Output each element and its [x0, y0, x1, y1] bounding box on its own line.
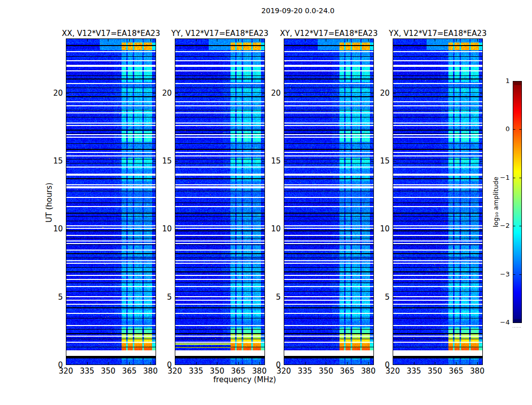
colorbar-tick-label: 0 [489, 125, 510, 133]
y-tick-label: 0 [45, 360, 63, 370]
y-tick-label: 5 [154, 293, 172, 302]
y-tick-label: 15 [154, 156, 172, 166]
x-tick-label: 335 [297, 367, 312, 376]
x-tick-label: 350 [210, 367, 224, 376]
spectrogram-panel-yy [175, 38, 265, 365]
spectrogram-panel-xy [284, 38, 374, 365]
y-tick-label: 20 [45, 89, 63, 98]
y-tick-label: 10 [45, 224, 63, 233]
colorbar-tick-label: −4 [489, 318, 510, 326]
y-axis-label: UT (hours) [45, 183, 54, 223]
spectrogram-panel-xx [66, 38, 156, 365]
x-tick-label: 365 [231, 367, 246, 376]
panel-title-yx: YX, V12*V17=EA18*EA23 [389, 29, 487, 38]
x-tick-label: 335 [80, 367, 94, 376]
x-tick-label: 335 [406, 367, 421, 376]
y-tick-label: 20 [262, 89, 281, 98]
x-tick-label: 380 [470, 367, 485, 376]
colorbar-tick-label: −1 [489, 174, 510, 181]
y-tick-label: 10 [371, 224, 390, 233]
y-tick-label: 5 [262, 293, 281, 302]
panel-title-xx: XX, V12*V17=EA18*EA23 [62, 29, 160, 38]
spectrogram-panel-yx [393, 38, 483, 365]
x-tick-label: 365 [449, 367, 464, 376]
y-tick-label: 20 [371, 89, 390, 98]
y-tick-label: 0 [154, 360, 172, 370]
y-tick-label: 15 [371, 156, 390, 166]
x-tick-label: 365 [340, 367, 355, 376]
y-tick-label: 20 [154, 89, 172, 98]
y-tick-label: 15 [262, 156, 281, 166]
figure: 2019-09-20 0.0-24.0 UT (hours) frequency… [0, 0, 532, 405]
x-tick-label: 350 [101, 367, 116, 376]
figure-title: 2019-09-20 0.0-24.0 [261, 7, 334, 15]
y-tick-label: 15 [45, 156, 63, 166]
colorbar [513, 81, 523, 331]
x-tick-label: 350 [319, 367, 333, 376]
x-tick-label: 335 [188, 367, 203, 376]
y-tick-label: 0 [262, 360, 281, 370]
x-tick-label: 365 [122, 367, 137, 376]
y-tick-label: 5 [371, 293, 390, 302]
y-tick-label: 0 [371, 360, 390, 370]
y-tick-label: 10 [262, 224, 281, 233]
x-axis-label: frequency (MHz) [213, 375, 276, 384]
y-tick-label: 10 [154, 224, 172, 233]
x-tick-label: 350 [428, 367, 442, 376]
colorbar-label: log₁₀ amplitude [492, 177, 500, 227]
panel-title-xy: XY, V12*V17=EA18*EA23 [280, 29, 378, 38]
colorbar-tick-label: −2 [489, 222, 510, 229]
colorbar-tick-label: 1 [489, 77, 510, 85]
panel-title-yy: YY, V12*V17=EA18*EA23 [171, 29, 269, 38]
colorbar-tick-label: −3 [489, 270, 510, 278]
y-tick-label: 5 [45, 293, 63, 302]
